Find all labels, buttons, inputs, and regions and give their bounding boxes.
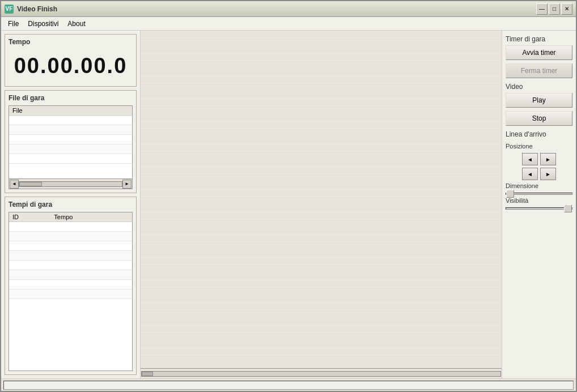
table-row: [9, 241, 132, 251]
posizione-right2-button[interactable]: ►: [540, 168, 556, 180]
visibilita-slider-container: [506, 207, 572, 210]
main-content: Tempo 00.00.00.0 File di gara File: [1, 31, 576, 378]
left-panel: Tempo 00.00.00.0 File di gara File: [1, 31, 140, 378]
tempo-group: Tempo 00.00.00.0: [5, 34, 137, 87]
table-row: [9, 154, 132, 164]
close-button[interactable]: ✕: [561, 3, 572, 15]
minimize-button[interactable]: —: [536, 3, 548, 15]
timer-gara-label: Timer di gara: [506, 35, 572, 43]
dimensione-slider-container: [506, 193, 572, 195]
avvia-timer-button[interactable]: Avvia timer: [506, 45, 572, 60]
posizione-right-button[interactable]: ►: [540, 153, 556, 165]
tempi-col-tempo: Tempo: [50, 212, 132, 222]
timer-di-gara-section: Timer di gara Avvia timer Ferma timer: [506, 35, 572, 78]
table-row: [9, 125, 132, 135]
hscroll-thumb[interactable]: [19, 182, 42, 186]
tempi-gara-table: ID Tempo: [9, 212, 132, 299]
file-gara-hscrollbar: ◄ ►: [9, 179, 133, 189]
hscroll-right-arrow[interactable]: ►: [122, 180, 131, 189]
table-row: [9, 222, 132, 232]
video-scrollbar: [141, 368, 502, 378]
tempo-label: Tempo: [9, 38, 133, 46]
table-row: [9, 232, 132, 241]
visibilita-slider[interactable]: [506, 207, 572, 210]
window-title: Video Finish: [17, 5, 536, 13]
menu-dispositivi[interactable]: Dispositivi: [23, 19, 63, 29]
table-row: [9, 270, 132, 280]
tempi-gara-group: Tempi di gara ID Tempo: [5, 197, 137, 375]
video-area: [140, 31, 502, 378]
hscroll-left-arrow[interactable]: ◄: [10, 180, 19, 189]
window-icon: VF: [5, 5, 14, 14]
dimensione-label: Dimensione: [506, 182, 572, 189]
video-scroll-thumb[interactable]: [142, 372, 153, 376]
status-panel: [3, 381, 574, 390]
right-panel: Timer di gara Avvia timer Ferma timer Vi…: [502, 31, 576, 378]
posizione-label: Posizione: [506, 143, 572, 150]
file-gara-col-file: File: [9, 106, 132, 116]
linea-arrivo-section: Linea d'arrivo Posizione ◄ ► ◄ ► Dimensi…: [506, 130, 572, 210]
video-section: Video Play Stop: [506, 83, 572, 126]
video-canvas: [141, 31, 502, 368]
play-button[interactable]: Play: [506, 93, 572, 108]
table-row: [9, 261, 132, 270]
visibilita-label: Visibilità: [506, 197, 572, 204]
title-bar: VF Video Finish — □ ✕: [1, 1, 576, 17]
menu-file[interactable]: File: [3, 19, 23, 29]
posizione-row2: ◄ ►: [506, 168, 572, 180]
file-gara-label: File di gara: [9, 94, 133, 102]
tempi-col-id: ID: [9, 212, 50, 222]
posizione-left-button[interactable]: ◄: [522, 153, 538, 165]
linea-arrivo-label: Linea d'arrivo: [506, 130, 572, 138]
menu-bar: File Dispositivi About: [1, 17, 576, 31]
dimensione-slider[interactable]: [506, 193, 572, 195]
file-gara-table: File: [9, 106, 132, 164]
table-row: [9, 251, 132, 261]
file-gara-table-container[interactable]: File: [9, 105, 133, 179]
main-window: VF Video Finish — □ ✕ File Dispositivi A…: [0, 0, 577, 392]
table-row: [9, 144, 132, 154]
maximize-button[interactable]: □: [549, 3, 560, 15]
posizione-row1: ◄ ►: [506, 153, 572, 165]
table-row: [9, 135, 132, 144]
timer-display: 00.00.00.0: [9, 49, 133, 83]
ferma-timer-button[interactable]: Ferma timer: [506, 63, 572, 78]
title-bar-buttons: — □ ✕: [536, 3, 572, 15]
stop-button[interactable]: Stop: [506, 111, 572, 126]
table-row: [9, 289, 132, 299]
status-bar: [1, 378, 576, 391]
tempi-gara-table-container[interactable]: ID Tempo: [9, 212, 133, 371]
tempi-gara-label: Tempi di gara: [9, 201, 133, 208]
file-gara-group: File di gara File: [5, 90, 137, 193]
table-row: [9, 280, 132, 289]
menu-about[interactable]: About: [63, 19, 90, 29]
posizione-left2-button[interactable]: ◄: [522, 168, 538, 180]
video-section-label: Video: [506, 83, 572, 91]
table-row: [9, 116, 132, 125]
hscroll-track[interactable]: [19, 181, 122, 187]
video-scroll-track[interactable]: [141, 371, 501, 377]
